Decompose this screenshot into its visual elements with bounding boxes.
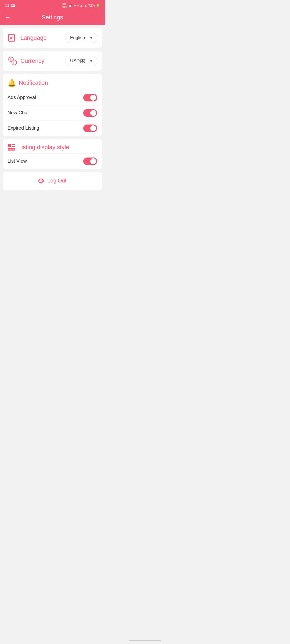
bluetooth-icon: ✦ (73, 4, 76, 8)
back-button[interactable]: ← (5, 14, 11, 21)
new-chat-label: New Chat (8, 110, 29, 116)
currency-dropdown[interactable]: USD($) ▾ (65, 56, 97, 66)
chevron-down-icon2: ▾ (90, 59, 92, 63)
battery-percent: 72% (88, 4, 95, 8)
signal-icon: ▲ (80, 4, 83, 8)
language-left: A 中 Language (8, 33, 47, 43)
wifi-icon: ▾ (77, 4, 79, 8)
power-icon: ⏻ (38, 177, 44, 184)
ads-approval-toggle[interactable] (83, 94, 97, 101)
currency-label: Currency (20, 57, 44, 64)
status-data: 018KB/S (62, 3, 67, 9)
status-time: 11:30 (5, 3, 15, 8)
language-icon: A 中 (8, 33, 18, 43)
svg-text:€: € (11, 56, 12, 58)
expired-listing-label: Expired Listing (8, 125, 39, 131)
currency-section: $ € £ Currency USD($) ▾ (3, 51, 102, 71)
battery-icon: 🔋 (96, 4, 100, 8)
currency-left: $ € £ Currency (8, 56, 44, 66)
language-dropdown[interactable]: English ▾ (65, 33, 97, 43)
language-row: A 中 Language English ▾ (3, 28, 102, 48)
status-bar: 11:30 018KB/S ⏰ ✦ ▾ ▲ ▲ 72% 🔋 (0, 0, 105, 10)
svg-rect-9 (12, 144, 15, 145)
ads-approval-label: Ads Approval (8, 95, 36, 100)
page-title: Settings (42, 14, 63, 21)
svg-rect-8 (8, 144, 11, 147)
currency-row: $ € £ Currency USD($) ▾ (3, 51, 102, 71)
language-section: A 中 Language English ▾ (3, 28, 102, 48)
svg-rect-10 (12, 146, 15, 147)
svg-rect-11 (8, 148, 15, 149)
chevron-down-icon: ▾ (90, 36, 92, 40)
notification-header: 🔔 Notification (3, 74, 102, 90)
new-chat-row: New Chat (3, 105, 102, 120)
language-value: English (70, 35, 85, 41)
signal2-icon: ▲ (84, 4, 87, 8)
listing-display-icon (8, 144, 16, 151)
listing-display-section: Listing display style List View (3, 139, 102, 169)
currency-value: USD($) (70, 58, 85, 64)
status-icons: 018KB/S ⏰ ✦ ▾ ▲ ▲ 72% 🔋 (62, 3, 100, 9)
listing-display-header: Listing display style (3, 139, 102, 153)
listing-display-title: Listing display style (18, 144, 69, 151)
list-view-label: List View (8, 158, 27, 164)
topbar: ← Settings (0, 10, 105, 25)
language-label: Language (20, 34, 47, 41)
ads-approval-row: Ads Approval (3, 90, 102, 105)
svg-text:£: £ (13, 61, 15, 64)
bell-icon: 🔔 (8, 79, 16, 87)
expired-listing-row: Expired Listing (3, 121, 102, 136)
settings-content: A 中 Language English ▾ $ € (0, 28, 105, 190)
logout-label: Log Out (47, 178, 66, 184)
new-chat-toggle[interactable] (83, 109, 97, 117)
notification-section: 🔔 Notification Ads Approval New Chat Exp… (3, 74, 102, 136)
svg-text:中: 中 (12, 36, 15, 39)
alarm-icon: ⏰ (68, 4, 72, 8)
currency-icon: $ € £ (8, 56, 18, 66)
svg-rect-12 (8, 149, 15, 151)
list-view-row: List View (3, 154, 102, 169)
notification-title: Notification (19, 79, 48, 86)
expired-listing-toggle[interactable] (83, 125, 97, 132)
logout-card[interactable]: ⏻ Log Out (3, 172, 102, 190)
list-view-toggle[interactable] (83, 158, 97, 165)
